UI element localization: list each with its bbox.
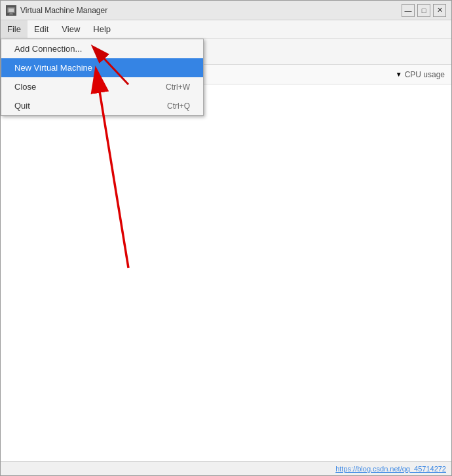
title-bar-left: Virtual Machine Manager [6,5,107,16]
svg-rect-1 [9,9,14,12]
close-label: Close [14,82,36,92]
menu-new-virtual-machine[interactable]: New Virtual Machine [1,58,203,77]
menu-bar: File Edit View Help Add Connection... Ne… [1,20,451,39]
quit-label: Quit [14,101,30,111]
window-title: Virtual Machine Manager [20,6,107,15]
status-bar: https://blog.csdn.net/qq_45714272 [1,461,451,475]
menu-edit[interactable]: Edit [28,20,55,38]
menu-add-connection[interactable]: Add Connection... [1,39,203,58]
menu-close[interactable]: Close Ctrl+W [1,77,203,96]
app-icon [6,5,16,16]
maximize-button[interactable]: □ [417,4,430,17]
add-connection-label: Add Connection... [14,44,82,54]
title-bar: Virtual Machine Manager — □ ✕ [1,1,451,20]
content-body [1,84,451,461]
close-shortcut: Ctrl+W [166,82,190,92]
menu-view[interactable]: View [55,20,86,38]
cpu-dropdown-icon[interactable]: ▼ [396,71,402,78]
new-vm-label: New Virtual Machine [14,63,92,73]
quit-shortcut: Ctrl+Q [167,101,190,111]
cpu-usage-label: CPU usage [405,70,445,79]
title-bar-controls: — □ ✕ [402,4,446,17]
close-button[interactable]: ✕ [433,4,446,17]
menu-quit[interactable]: Quit Ctrl+Q [1,96,203,115]
main-window: Virtual Machine Manager — □ ✕ File Edit … [0,0,452,476]
menu-help[interactable]: Help [86,20,117,38]
minimize-button[interactable]: — [402,4,415,17]
status-link[interactable]: https://blog.csdn.net/qq_45714272 [335,465,446,473]
menu-file[interactable]: File [1,20,28,38]
file-dropdown-menu: Add Connection... New Virtual Machine Cl… [1,39,204,116]
main-content: ▼ CPU usage [1,65,451,461]
